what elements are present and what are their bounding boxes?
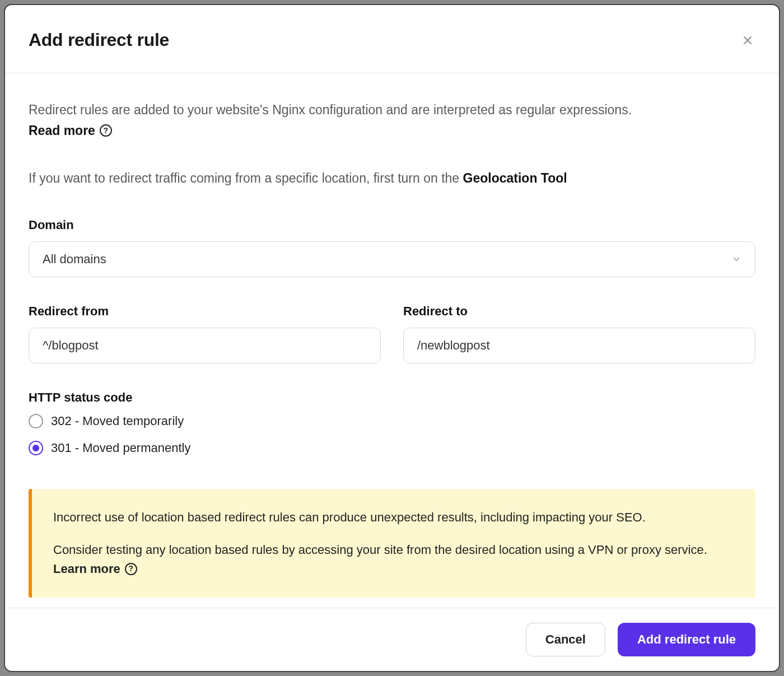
learn-more-label: Learn more bbox=[53, 560, 120, 579]
warning-line-2-text: Consider testing any location based rule… bbox=[53, 543, 707, 557]
domain-select[interactable]: All domains bbox=[29, 241, 755, 277]
close-button[interactable] bbox=[740, 32, 755, 48]
geolocation-tool-link[interactable]: Geolocation Tool bbox=[463, 171, 567, 185]
close-icon bbox=[742, 35, 753, 46]
chevron-down-icon bbox=[731, 254, 741, 264]
modal-body: Redirect rules are added to your website… bbox=[5, 73, 779, 608]
warning-line-1: Incorrect use of location based redirect… bbox=[53, 508, 734, 527]
modal-title: Add redirect rule bbox=[29, 30, 169, 50]
redirect-from-label: Redirect from bbox=[29, 304, 381, 319]
radio-icon bbox=[29, 441, 43, 455]
http-status-code-group: 302 - Moved temporarily 301 - Moved perm… bbox=[29, 414, 755, 455]
radio-302[interactable]: 302 - Moved temporarily bbox=[29, 414, 755, 428]
modal-footer: Cancel Add redirect rule bbox=[5, 608, 779, 671]
geolocation-hint: If you want to redirect traffic coming f… bbox=[29, 169, 755, 188]
redirect-from-col: Redirect from bbox=[29, 304, 381, 363]
geolocation-hint-text: If you want to redirect traffic coming f… bbox=[29, 171, 463, 185]
radio-301-label: 301 - Moved permanently bbox=[51, 441, 190, 455]
modal-header: Add redirect rule bbox=[5, 5, 779, 73]
redirect-to-input[interactable] bbox=[403, 328, 755, 363]
redirect-to-col: Redirect to bbox=[403, 304, 755, 363]
redirect-from-input[interactable] bbox=[29, 328, 381, 363]
http-status-code-label: HTTP status code bbox=[29, 390, 755, 405]
cancel-button[interactable]: Cancel bbox=[526, 623, 605, 656]
add-redirect-rule-button[interactable]: Add redirect rule bbox=[618, 623, 755, 656]
radio-icon bbox=[29, 414, 43, 428]
read-more-label: Read more bbox=[29, 123, 95, 138]
redirect-to-label: Redirect to bbox=[403, 304, 755, 319]
help-icon: ? bbox=[100, 124, 112, 137]
intro-text: Redirect rules are added to your website… bbox=[29, 100, 755, 120]
add-redirect-rule-modal: Add redirect rule Redirect rules are add… bbox=[4, 4, 780, 672]
read-more-link[interactable]: Read more ? bbox=[29, 123, 112, 138]
help-icon: ? bbox=[125, 563, 137, 575]
domain-select-value: All domains bbox=[43, 252, 106, 267]
warning-line-2: Consider testing any location based rule… bbox=[53, 540, 734, 579]
domain-label: Domain bbox=[29, 218, 755, 232]
learn-more-link[interactable]: Learn more ? bbox=[53, 560, 137, 579]
radio-301[interactable]: 301 - Moved permanently bbox=[29, 441, 755, 455]
redirect-row: Redirect from Redirect to bbox=[29, 304, 755, 363]
warning-banner: Incorrect use of location based redirect… bbox=[29, 489, 755, 598]
radio-302-label: 302 - Moved temporarily bbox=[51, 414, 184, 428]
